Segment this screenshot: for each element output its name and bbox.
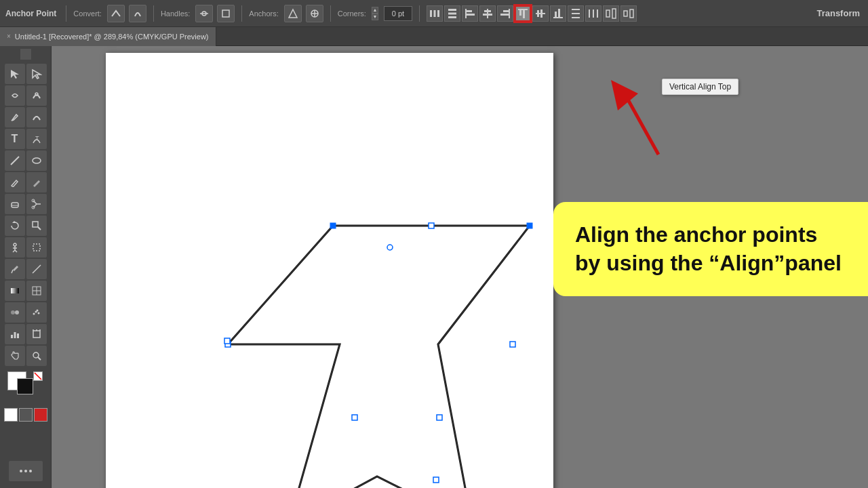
graph-btn[interactable]	[5, 324, 25, 344]
svg-line-50	[33, 204, 37, 207]
eyedropper-btn[interactable]	[5, 259, 25, 279]
svg-line-86	[35, 373, 41, 380]
svg-rect-38	[612, 9, 616, 18]
svg-rect-96	[510, 342, 515, 347]
svg-rect-26	[537, 10, 539, 17]
anchor-point-label: Anchor Point	[5, 9, 56, 18]
rotate-tool-btn[interactable]	[5, 216, 25, 236]
gradient-btn[interactable]	[5, 281, 25, 301]
puppet-tools	[5, 237, 47, 258]
align-extra2-btn[interactable]	[620, 5, 637, 22]
graph-tools	[5, 324, 47, 344]
stroke-swatch[interactable]	[17, 378, 33, 394]
corners-down-arrow[interactable]: ▼	[372, 14, 378, 20]
svg-rect-12	[448, 16, 456, 18]
handles-label: Handles:	[161, 9, 190, 18]
align-center-btn[interactable]	[479, 5, 496, 22]
anchors-btn-2[interactable]	[306, 5, 323, 22]
svg-line-65	[33, 272, 34, 273]
svg-rect-15	[467, 14, 475, 16]
puppet-warp-btn[interactable]	[5, 237, 25, 258]
artboard-btn[interactable]	[26, 324, 47, 344]
svg-point-94	[387, 245, 393, 250]
curvature-tool-btn[interactable]	[26, 107, 47, 127]
svg-point-76	[36, 310, 38, 312]
svg-rect-32	[572, 13, 580, 14]
type-tool-btn[interactable]: T	[5, 129, 25, 149]
pen-tools	[5, 107, 47, 127]
vertical-align-bottom-btn[interactable]	[550, 5, 566, 22]
scale-tool-btn[interactable]	[26, 216, 47, 236]
warp-tool-btn[interactable]	[5, 85, 25, 106]
scissors-tool-btn[interactable]	[26, 194, 47, 214]
document-tab[interactable]: × Untitled-1 [Recovered]* @ 289,84% (CMY…	[0, 27, 216, 46]
svg-rect-33	[572, 17, 580, 18]
selection-tool-btn[interactable]	[5, 64, 25, 84]
vertical-align-top-btn[interactable]	[515, 5, 531, 22]
blend-tools	[5, 302, 47, 323]
corners-input[interactable]	[384, 6, 412, 21]
line-tool-btn[interactable]	[5, 150, 25, 171]
svg-rect-31	[572, 9, 580, 10]
none-swatch[interactable]	[33, 371, 43, 381]
svg-point-57	[14, 243, 16, 246]
sep1	[66, 5, 66, 22]
svg-point-71	[11, 310, 15, 314]
dist-vert-btn[interactable]	[568, 5, 584, 22]
symbol-spray-btn[interactable]	[26, 302, 47, 323]
svg-rect-99	[437, 415, 442, 420]
convert-label: Convert:	[73, 9, 102, 18]
sep3	[241, 5, 242, 22]
align-right-btn[interactable]	[497, 5, 513, 22]
sep2	[153, 5, 154, 22]
svg-rect-10	[448, 9, 456, 11]
distribute-btn-2[interactable]	[444, 5, 460, 22]
ruler-corner	[20, 49, 31, 60]
pencil-tool-btn[interactable]	[26, 172, 47, 192]
measure-btn[interactable]	[26, 259, 47, 279]
pen-tool-btn[interactable]	[5, 107, 25, 127]
svg-rect-27	[540, 9, 542, 18]
distribute-btn-1[interactable]	[427, 5, 443, 22]
handles-btn-2[interactable]	[217, 5, 235, 22]
handles-btn-1[interactable]	[195, 5, 213, 22]
top-toolbar: Anchor Point Convert: Handles: Anchors: …	[0, 0, 868, 27]
svg-rect-55	[33, 222, 38, 227]
svg-rect-80	[33, 331, 40, 338]
zoom-btn[interactable]	[26, 346, 47, 366]
hand-btn[interactable]	[5, 346, 25, 366]
dist-horiz-btn[interactable]	[585, 5, 601, 22]
free-transform-btn[interactable]	[26, 237, 47, 258]
type-tools: T T	[5, 129, 47, 149]
corners-up-arrow[interactable]: ▲	[372, 7, 378, 14]
anchors-btn-1[interactable]	[284, 5, 302, 22]
more-tools-btn[interactable]	[9, 461, 43, 485]
reshape-tool-btn[interactable]	[26, 85, 47, 106]
convert-btn-1[interactable]	[107, 5, 125, 22]
tab-close-btn[interactable]: ×	[7, 33, 11, 40]
mesh-btn[interactable]	[26, 281, 47, 301]
blend-btn[interactable]	[5, 302, 25, 323]
align-extra-btn[interactable]	[603, 5, 619, 22]
more-options-btn[interactable]	[9, 461, 43, 481]
red-swatch[interactable]	[34, 408, 47, 422]
align-left-btn[interactable]	[462, 5, 478, 22]
eraser-tools	[5, 194, 47, 214]
path-type-tool-btn[interactable]: T	[26, 129, 47, 149]
grey-swatch[interactable]	[19, 408, 33, 422]
paintbrush-tool-btn[interactable]	[5, 172, 25, 192]
svg-point-88	[24, 470, 27, 472]
svg-rect-17	[484, 10, 491, 12]
tab-bar: × Untitled-1 [Recovered]* @ 289,84% (CMY…	[0, 27, 868, 46]
direct-select-tool-btn[interactable]	[26, 64, 47, 84]
ellipse-tool-btn[interactable]	[26, 150, 47, 171]
svg-rect-7	[430, 10, 432, 17]
convert-btn-2[interactable]	[129, 5, 146, 22]
svg-rect-9	[437, 10, 439, 17]
vertical-align-center-btn[interactable]	[532, 5, 549, 22]
svg-rect-29	[555, 12, 557, 17]
white-swatch[interactable]	[4, 408, 18, 422]
svg-text:T: T	[35, 135, 39, 142]
vertical-align-top-tooltip: Vertical Align Top	[662, 79, 738, 95]
eraser-tool-btn[interactable]	[5, 194, 25, 214]
